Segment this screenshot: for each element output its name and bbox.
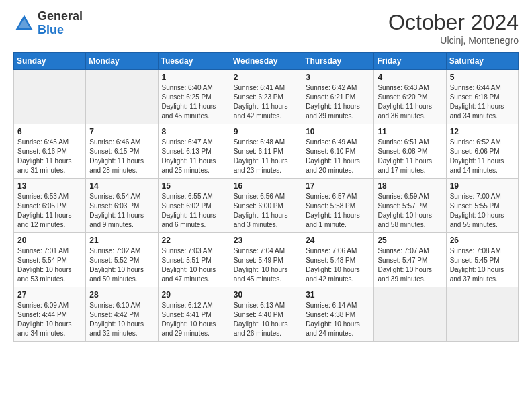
logo-general: General (38, 10, 83, 24)
calendar-cell: 28Sunrise: 6:10 AM Sunset: 4:42 PM Dayli… (86, 287, 158, 342)
calendar-cell: 3Sunrise: 6:42 AM Sunset: 6:21 PM Daylig… (302, 70, 374, 124)
calendar-cell: 16Sunrise: 6:56 AM Sunset: 6:00 PM Dayli… (230, 179, 302, 233)
calendar-cell: 4Sunrise: 6:43 AM Sunset: 6:20 PM Daylig… (374, 70, 446, 124)
calendar-cell: 12Sunrise: 6:52 AM Sunset: 6:06 PM Dayli… (446, 124, 518, 179)
day-number: 13 (17, 181, 82, 191)
day-number: 20 (17, 236, 82, 245)
calendar-cell: 26Sunrise: 7:08 AM Sunset: 5:45 PM Dayli… (446, 233, 518, 287)
calendar-cell: 10Sunrise: 6:49 AM Sunset: 6:10 PM Dayli… (302, 124, 374, 179)
day-number: 10 (306, 127, 370, 136)
calendar-cell: 30Sunrise: 6:13 AM Sunset: 4:40 PM Dayli… (230, 287, 302, 342)
calendar-page: General Blue October 2024 Ulcinj, Monten… (0, 0, 532, 411)
day-number: 2 (234, 73, 298, 82)
day-detail: Sunrise: 7:04 AM Sunset: 5:49 PM Dayligh… (234, 246, 298, 284)
calendar-cell: 20Sunrise: 7:01 AM Sunset: 5:54 PM Dayli… (14, 233, 86, 287)
day-number: 16 (234, 181, 298, 191)
day-number: 21 (89, 236, 154, 245)
calendar-cell: 9Sunrise: 6:48 AM Sunset: 6:11 PM Daylig… (230, 124, 302, 179)
calendar-cell: 6Sunrise: 6:45 AM Sunset: 6:16 PM Daylig… (14, 124, 86, 179)
day-detail: Sunrise: 7:00 AM Sunset: 5:55 PM Dayligh… (450, 192, 515, 230)
calendar-cell (374, 287, 446, 342)
day-detail: Sunrise: 6:41 AM Sunset: 6:23 PM Dayligh… (234, 83, 298, 121)
day-number: 1 (162, 73, 226, 82)
day-detail: Sunrise: 6:54 AM Sunset: 6:03 PM Dayligh… (89, 192, 154, 230)
day-detail: Sunrise: 6:45 AM Sunset: 6:16 PM Dayligh… (17, 138, 82, 175)
day-detail: Sunrise: 7:01 AM Sunset: 5:54 PM Dayligh… (17, 246, 82, 284)
day-number: 29 (162, 290, 226, 300)
day-number: 22 (162, 236, 226, 245)
day-detail: Sunrise: 7:08 AM Sunset: 5:45 PM Dayligh… (450, 246, 515, 284)
weekday-header-sunday: Sunday (14, 53, 86, 70)
day-detail: Sunrise: 6:55 AM Sunset: 6:02 PM Dayligh… (162, 192, 226, 230)
calendar-cell (86, 70, 158, 124)
day-number: 14 (89, 181, 154, 191)
day-detail: Sunrise: 7:06 AM Sunset: 5:48 PM Dayligh… (306, 246, 370, 284)
calendar-cell (446, 287, 518, 342)
logo-blue: Blue (38, 24, 83, 37)
day-number: 25 (378, 236, 442, 245)
day-detail: Sunrise: 6:57 AM Sunset: 5:58 PM Dayligh… (306, 192, 370, 230)
day-number: 4 (378, 73, 442, 82)
day-detail: Sunrise: 7:03 AM Sunset: 5:51 PM Dayligh… (162, 246, 226, 284)
calendar-cell: 14Sunrise: 6:54 AM Sunset: 6:03 PM Dayli… (86, 179, 158, 233)
calendar-cell: 5Sunrise: 6:44 AM Sunset: 6:18 PM Daylig… (446, 70, 518, 124)
calendar-cell: 24Sunrise: 7:06 AM Sunset: 5:48 PM Dayli… (302, 233, 374, 287)
calendar-cell: 21Sunrise: 7:02 AM Sunset: 5:52 PM Dayli… (86, 233, 158, 287)
calendar-cell: 17Sunrise: 6:57 AM Sunset: 5:58 PM Dayli… (302, 179, 374, 233)
logo: General Blue (13, 10, 83, 37)
calendar-cell: 25Sunrise: 7:07 AM Sunset: 5:47 PM Dayli… (374, 233, 446, 287)
weekday-header-thursday: Thursday (302, 53, 374, 70)
day-detail: Sunrise: 6:56 AM Sunset: 6:00 PM Dayligh… (234, 192, 298, 230)
week-row-2: 6Sunrise: 6:45 AM Sunset: 6:16 PM Daylig… (14, 124, 519, 179)
day-detail: Sunrise: 6:52 AM Sunset: 6:06 PM Dayligh… (450, 138, 515, 175)
day-detail: Sunrise: 6:42 AM Sunset: 6:21 PM Dayligh… (306, 83, 370, 121)
day-number: 24 (306, 236, 370, 245)
day-detail: Sunrise: 6:13 AM Sunset: 4:40 PM Dayligh… (234, 301, 298, 338)
day-detail: Sunrise: 6:47 AM Sunset: 6:13 PM Dayligh… (162, 138, 226, 175)
weekday-header-monday: Monday (86, 53, 158, 70)
calendar-body: 1Sunrise: 6:40 AM Sunset: 6:25 PM Daylig… (14, 70, 519, 342)
week-row-4: 20Sunrise: 7:01 AM Sunset: 5:54 PM Dayli… (14, 233, 519, 287)
week-row-1: 1Sunrise: 6:40 AM Sunset: 6:25 PM Daylig… (14, 70, 519, 124)
calendar-table: SundayMondayTuesdayWednesdayThursdayFrid… (13, 52, 519, 342)
day-number: 7 (89, 127, 154, 136)
calendar-cell: 19Sunrise: 7:00 AM Sunset: 5:55 PM Dayli… (446, 179, 518, 233)
day-detail: Sunrise: 6:10 AM Sunset: 4:42 PM Dayligh… (89, 301, 154, 338)
weekday-header-row: SundayMondayTuesdayWednesdayThursdayFrid… (14, 53, 519, 70)
day-number: 27 (17, 290, 82, 300)
calendar-cell: 7Sunrise: 6:46 AM Sunset: 6:15 PM Daylig… (86, 124, 158, 179)
day-detail: Sunrise: 6:48 AM Sunset: 6:11 PM Dayligh… (234, 138, 298, 175)
day-number: 28 (89, 290, 154, 300)
day-detail: Sunrise: 7:02 AM Sunset: 5:52 PM Dayligh… (89, 246, 154, 284)
calendar-cell: 11Sunrise: 6:51 AM Sunset: 6:08 PM Dayli… (374, 124, 446, 179)
day-number: 17 (306, 181, 370, 191)
day-detail: Sunrise: 6:49 AM Sunset: 6:10 PM Dayligh… (306, 138, 370, 175)
calendar-cell: 27Sunrise: 6:09 AM Sunset: 4:44 PM Dayli… (14, 287, 86, 342)
calendar-cell: 13Sunrise: 6:53 AM Sunset: 6:05 PM Dayli… (14, 179, 86, 233)
calendar-cell: 31Sunrise: 6:14 AM Sunset: 4:38 PM Dayli… (302, 287, 374, 342)
day-number: 19 (450, 181, 515, 191)
day-detail: Sunrise: 6:44 AM Sunset: 6:18 PM Dayligh… (450, 83, 515, 121)
calendar-cell: 1Sunrise: 6:40 AM Sunset: 6:25 PM Daylig… (158, 70, 230, 124)
day-detail: Sunrise: 7:07 AM Sunset: 5:47 PM Dayligh… (378, 246, 442, 284)
day-detail: Sunrise: 6:51 AM Sunset: 6:08 PM Dayligh… (378, 138, 442, 175)
weekday-header-friday: Friday (374, 53, 446, 70)
location-subtitle: Ulcinj, Montenegro (388, 35, 519, 46)
calendar-cell: 2Sunrise: 6:41 AM Sunset: 6:23 PM Daylig… (230, 70, 302, 124)
day-number: 11 (378, 127, 442, 136)
day-number: 6 (17, 127, 82, 136)
logo-icon (13, 13, 35, 34)
weekday-header-wednesday: Wednesday (230, 53, 302, 70)
day-detail: Sunrise: 6:59 AM Sunset: 5:57 PM Dayligh… (378, 192, 442, 230)
day-detail: Sunrise: 6:43 AM Sunset: 6:20 PM Dayligh… (378, 83, 442, 121)
day-number: 3 (306, 73, 370, 82)
weekday-header-tuesday: Tuesday (158, 53, 230, 70)
day-number: 8 (162, 127, 226, 136)
day-detail: Sunrise: 6:12 AM Sunset: 4:41 PM Dayligh… (162, 301, 226, 338)
day-number: 18 (378, 181, 442, 191)
day-detail: Sunrise: 6:09 AM Sunset: 4:44 PM Dayligh… (17, 301, 82, 338)
day-detail: Sunrise: 6:40 AM Sunset: 6:25 PM Dayligh… (162, 83, 226, 121)
calendar-header: SundayMondayTuesdayWednesdayThursdayFrid… (14, 53, 519, 70)
calendar-cell: 8Sunrise: 6:47 AM Sunset: 6:13 PM Daylig… (158, 124, 230, 179)
calendar-cell: 15Sunrise: 6:55 AM Sunset: 6:02 PM Dayli… (158, 179, 230, 233)
